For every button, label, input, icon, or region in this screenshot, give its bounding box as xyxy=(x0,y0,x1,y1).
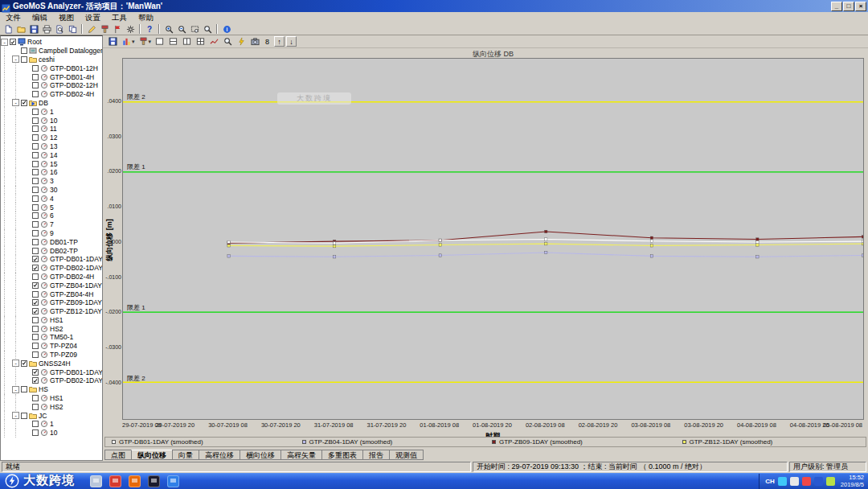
checkbox[interactable] xyxy=(32,195,39,202)
checkbox[interactable] xyxy=(32,221,39,228)
menu-edit[interactable]: 编辑 xyxy=(27,12,53,24)
tree-item-1[interactable]: 1 xyxy=(1,420,102,429)
tree-item-gtp-zb04-4h[interactable]: GTP-ZB04-4H xyxy=(1,290,102,298)
checkbox[interactable] xyxy=(32,377,39,384)
checkbox[interactable] xyxy=(32,187,39,193)
checkbox[interactable] xyxy=(32,212,39,219)
tree-item-tm50-1[interactable]: TM50-1 xyxy=(1,333,102,342)
flag-tool-icon[interactable] xyxy=(111,23,124,35)
maximize-button[interactable]: □ xyxy=(843,2,854,11)
expander-icon[interactable]: - xyxy=(1,39,8,46)
checkbox[interactable] xyxy=(32,230,39,236)
zoom-window-icon[interactable] xyxy=(188,23,201,35)
expander-icon[interactable]: - xyxy=(12,55,19,63)
tray-icon-3[interactable] xyxy=(802,477,811,486)
checkbox[interactable] xyxy=(21,47,27,54)
tree-item-gtp-db01-1day[interactable]: GTP-DB01-1DAY xyxy=(1,368,102,376)
checkbox[interactable] xyxy=(21,413,27,419)
checkbox[interactable] xyxy=(32,404,39,410)
checkbox[interactable] xyxy=(32,117,39,124)
tree-item-30[interactable]: 30 xyxy=(1,186,102,195)
save-chart-icon[interactable] xyxy=(106,36,120,47)
tree-item-10[interactable]: 10 xyxy=(1,429,102,438)
checkbox[interactable] xyxy=(32,109,39,115)
checkbox[interactable] xyxy=(32,125,39,132)
taskbar-app-2[interactable] xyxy=(109,475,121,487)
menu-settings[interactable]: 设置 xyxy=(80,12,106,24)
tree-item-root[interactable]: -Root xyxy=(1,38,102,47)
taskbar-app-4[interactable] xyxy=(148,475,160,487)
zoom-in-icon[interactable] xyxy=(162,23,175,35)
tree-item-hs1[interactable]: HS1 xyxy=(1,316,102,325)
tree-item-hs2[interactable]: HS2 xyxy=(1,324,102,333)
checkbox[interactable] xyxy=(32,282,39,289)
tree-item-6[interactable]: 6 xyxy=(1,212,102,220)
tree-item-campbell-datalogger[interactable]: Campbell Datalogger xyxy=(1,47,102,55)
tree-item-7[interactable]: 7 xyxy=(1,220,102,229)
zoom-tool-icon[interactable] xyxy=(221,36,235,47)
taskbar-app-1[interactable] xyxy=(90,475,102,487)
tree-item-gtp-db02-4h[interactable]: GTP-DB02-4H xyxy=(1,90,102,99)
draw-tool-icon[interactable] xyxy=(98,23,111,35)
tree-item-9[interactable]: 9 xyxy=(1,229,102,238)
tree-item-gtp-db01-12h[interactable]: GTP-DB01-12H xyxy=(1,64,102,72)
tray-icon-4[interactable] xyxy=(814,477,823,486)
tray-icon-1[interactable] xyxy=(778,477,787,486)
checkbox[interactable] xyxy=(32,429,39,436)
tree-item-gnss24h[interactable]: -GNSS24H xyxy=(1,359,102,368)
checkbox[interactable] xyxy=(32,351,39,358)
help-icon[interactable]: ? xyxy=(143,23,156,35)
layout-two-vertical-icon[interactable] xyxy=(180,36,194,47)
taskbar-app-3[interactable] xyxy=(129,475,141,487)
layout-four-icon[interactable] xyxy=(194,36,207,47)
tree-item-gtp-db02-12h[interactable]: GTP-DB02-12H xyxy=(1,81,102,90)
taskbar-clock[interactable]: 15:52 2019/8/5 xyxy=(841,475,864,488)
tab-vector[interactable]: 向量 xyxy=(172,450,199,460)
open-project-icon[interactable] xyxy=(14,23,27,35)
menu-tools[interactable]: 工具 xyxy=(106,12,133,24)
trend-view-icon[interactable] xyxy=(207,36,221,47)
checkbox[interactable] xyxy=(21,56,27,63)
checkbox[interactable] xyxy=(21,360,27,367)
scroll-up-button[interactable]: ↑ xyxy=(274,36,285,47)
checkbox[interactable] xyxy=(32,178,39,184)
tab-multi-chart[interactable]: 多重图表 xyxy=(321,450,363,460)
expander-icon[interactable]: - xyxy=(12,360,19,367)
tree-item-gtp-zb04-1day[interactable]: GTP-ZB04-1DAY xyxy=(1,281,102,290)
tree-item-gtp-db01-1day[interactable]: GTP-DB01-1DAY xyxy=(1,255,102,264)
tab-observations[interactable]: 观测值 xyxy=(389,450,424,460)
tree-item-12[interactable]: 12 xyxy=(1,134,102,142)
save-project-icon[interactable] xyxy=(27,23,40,35)
checkbox[interactable] xyxy=(32,161,39,167)
close-button[interactable]: × xyxy=(855,2,866,11)
tray-icon-5[interactable] xyxy=(826,477,835,486)
tree-item-gtp-db02-1day[interactable]: GTP-DB02-1DAY xyxy=(1,264,102,273)
tree-item-3[interactable]: 3 xyxy=(1,177,102,186)
tab-transverse-displacement[interactable]: 横向位移 xyxy=(240,450,281,460)
checkbox[interactable] xyxy=(32,256,39,262)
checkbox[interactable] xyxy=(10,39,16,45)
tree-item-16[interactable]: 16 xyxy=(1,168,102,177)
tree-item-tp-pz04[interactable]: TP-PZ04 xyxy=(1,342,102,351)
menu-view[interactable]: 视图 xyxy=(53,12,80,24)
layout-two-horizontal-icon[interactable] xyxy=(166,36,180,47)
expander-icon[interactable]: - xyxy=(12,99,19,106)
checkbox[interactable] xyxy=(32,152,39,158)
zoom-out-icon[interactable] xyxy=(175,23,188,35)
tree-item-gtp-db01-4h[interactable]: GTP-DB01-4H xyxy=(1,72,102,81)
tree-item-db02-tp[interactable]: DB02-TP xyxy=(1,246,102,255)
checkbox[interactable] xyxy=(32,65,39,72)
checkbox[interactable] xyxy=(32,248,39,254)
tree-item-db01-tp[interactable]: DB01-TP xyxy=(1,237,102,246)
tab-longitudinal-displacement[interactable]: 纵向位移 xyxy=(131,450,173,460)
tab-height-displacement[interactable]: 高程位移 xyxy=(199,450,240,460)
minimize-button[interactable]: _ xyxy=(831,2,842,11)
checkbox[interactable] xyxy=(21,100,27,106)
checkbox[interactable] xyxy=(32,265,39,271)
tree-item-14[interactable]: 14 xyxy=(1,150,102,159)
checkbox[interactable] xyxy=(32,273,39,280)
checkbox[interactable] xyxy=(32,395,39,401)
tree-item-tp-pz09[interactable]: TP-PZ09 xyxy=(1,351,102,360)
tree-item-gtp-db02-1day[interactable]: GTP-DB02-1DAY xyxy=(1,376,102,385)
checkbox[interactable] xyxy=(32,334,39,340)
